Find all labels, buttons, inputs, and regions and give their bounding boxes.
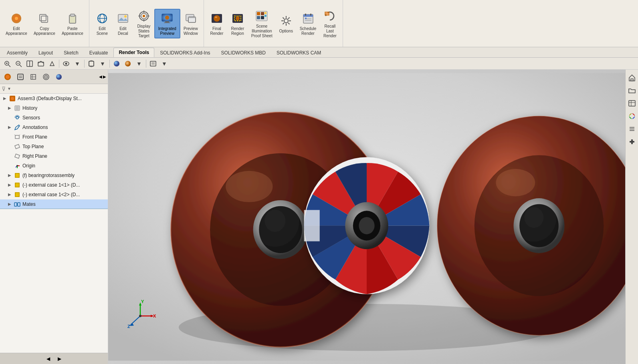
tree-item-top-plane[interactable]: Top Plane [0, 142, 108, 151]
tab-render-tools[interactable]: Render Tools [113, 48, 154, 57]
tab-assembly[interactable]: Assembly [2, 48, 33, 57]
tab-layout[interactable]: Layout [33, 48, 58, 57]
config-manager-tab[interactable] [28, 71, 39, 82]
svg-rect-127 [304, 210, 320, 241]
top-plane-label: Top Plane [22, 144, 44, 149]
origin-label: Origin [22, 163, 35, 169]
sidebar-filter[interactable]: ⊽ ▼ [0, 84, 108, 94]
expand-right-plane[interactable] [8, 154, 14, 158]
tab-solidworks-cam[interactable]: SOLIDWORKS CAM [271, 48, 326, 57]
right-panel-settings-icon[interactable] [626, 136, 638, 147]
scene-illumination-proof-sheet-button[interactable]: SceneIlluminationProof Sheet [248, 7, 276, 40]
zoom-to-fit-icon[interactable] [2, 59, 12, 68]
sidebar-bottom: ◀ ▶ [0, 353, 108, 364]
display-manager-icon[interactable] [148, 59, 158, 68]
edit-decal-label: EditDecal [118, 26, 128, 36]
tree-item-assem3[interactable]: ▶ Assem3 (Default<Display St... [0, 94, 108, 103]
wireframe-icon[interactable] [86, 59, 97, 68]
scene-icon[interactable] [123, 59, 133, 68]
sidebar-next-icon[interactable]: ▶ [103, 74, 106, 79]
copy-appearance-button[interactable]: CopyAppearance [30, 10, 59, 38]
right-panel-folder-icon[interactable] [626, 85, 638, 96]
render-region-button[interactable]: RenderRegion [227, 10, 248, 38]
render-region-label: RenderRegion [231, 26, 244, 36]
history-icon [14, 105, 21, 112]
right-plane-icon [14, 153, 21, 160]
expand-origin[interactable] [8, 163, 14, 168]
tab-solidworks-addins[interactable]: SOLIDWORKS Add-Ins [155, 48, 215, 57]
svg-rect-52 [310, 14, 311, 16]
hide-show-dropdown[interactable]: ▼ [72, 59, 83, 68]
tab-sketch[interactable]: Sketch [59, 48, 84, 57]
hide-show-icon[interactable] [61, 59, 71, 68]
main-area: ◀ ▶ ⊽ ▼ ▶ Assem3 (Default<Display St... … [0, 70, 638, 364]
expand-sensors[interactable] [8, 115, 14, 120]
appearance-icon[interactable] [111, 59, 122, 68]
display-states-target-button[interactable]: DisplayStatesTarget [133, 7, 154, 40]
tree-container: ▶ Assem3 (Default<Display St... ▶ Histor… [0, 94, 108, 353]
svg-line-97 [14, 135, 15, 135]
svg-rect-74 [150, 61, 156, 66]
sidebar-bottom-next[interactable]: ▶ [55, 354, 65, 364]
tree-item-annotations[interactable]: ▶ Annotations [0, 123, 108, 132]
edit-decal-button[interactable]: EditDecal [113, 10, 133, 38]
tab-solidworks-mbd[interactable]: SOLIDWORKS MBD [216, 48, 271, 57]
svg-rect-6 [71, 14, 75, 16]
expand-annotations[interactable]: ▶ [8, 125, 14, 129]
display-style-icon[interactable] [47, 59, 57, 68]
preview-window-button[interactable]: PreviewWindow [180, 10, 201, 38]
sidebar-bottom-prev[interactable]: ◀ [43, 354, 54, 364]
edit-scene-button[interactable]: EditScene [92, 10, 113, 38]
scene-dropdown[interactable]: ▼ [134, 59, 144, 68]
view-orientation-icon[interactable] [36, 59, 46, 68]
tab-evaluate[interactable]: Evaluate [84, 48, 113, 57]
display-manager-dropdown[interactable]: ▼ [159, 59, 170, 68]
display-manager-tab[interactable] [53, 71, 65, 82]
svg-rect-35 [261, 12, 264, 15]
schedule-render-button[interactable]: ScheduleRender [297, 10, 320, 38]
expand-assem3[interactable]: ▶ [3, 96, 9, 101]
edit-appearance-button[interactable]: EditAppearance [2, 10, 30, 38]
paste-appearance-button[interactable]: PasteAppearance [59, 10, 87, 38]
right-panel-list-icon[interactable] [626, 123, 638, 135]
property-manager-tab[interactable] [15, 71, 26, 82]
right-panel [625, 70, 638, 364]
tree-item-mates[interactable]: ▶ Mates [0, 199, 108, 209]
expand-external-case-1[interactable]: ▶ [8, 183, 14, 187]
preview-window-icon [184, 11, 198, 26]
annotations-label: Annotations [22, 125, 48, 130]
sidebar-prev-icon[interactable]: ◀ [99, 74, 102, 79]
scene-illumination-proof-sheet-icon [254, 9, 269, 23]
svg-point-121 [259, 206, 302, 253]
options-button[interactable]: Options [276, 12, 297, 35]
tree-item-external-case-1[interactable]: ▶ (-) external case 1<1> (D... [0, 180, 108, 190]
expand-external-case-2[interactable]: ▶ [8, 192, 14, 197]
tree-item-sensors[interactable]: Sensors [0, 113, 108, 123]
target-icon-tab[interactable] [40, 71, 52, 82]
recall-last-render-button[interactable]: RecallLastRender [319, 7, 340, 40]
integrated-preview-button[interactable]: IntegratedPreview [154, 9, 180, 38]
tree-item-origin[interactable]: Origin [0, 161, 108, 171]
tree-item-front-plane[interactable]: Front Plane [0, 132, 108, 142]
expand-top-plane[interactable] [8, 144, 14, 149]
expand-mates[interactable]: ▶ [8, 202, 14, 206]
expand-front-plane[interactable] [8, 135, 14, 139]
tree-item-history[interactable]: ▶ History [0, 103, 108, 113]
svg-point-40 [284, 19, 288, 23]
feature-tree-tab[interactable] [2, 71, 13, 82]
right-panel-home-icon[interactable] [626, 72, 638, 83]
tree-item-bearing-rotor[interactable]: ▶ (f) bearingrotorassembly [0, 171, 108, 180]
tree-item-right-plane[interactable]: Right Plane [0, 151, 108, 161]
expand-history[interactable]: ▶ [8, 106, 14, 110]
edit-scene-icon [95, 11, 109, 26]
display-style-dropdown[interactable]: ▼ [97, 59, 108, 68]
right-panel-table-icon[interactable] [626, 98, 638, 109]
tree-item-external-case-2[interactable]: ▶ (-) external case 1<2> (D... [0, 190, 108, 199]
right-panel-color-icon[interactable] [626, 111, 638, 122]
section-view-icon[interactable] [24, 59, 35, 68]
zoom-in-icon[interactable] [13, 59, 24, 68]
canvas-area[interactable]: X Y Z [108, 70, 625, 364]
edit-appearance-label: EditAppearance [6, 26, 27, 36]
expand-bearing-rotor[interactable]: ▶ [8, 173, 14, 177]
final-render-button[interactable]: FinalRender [206, 10, 227, 38]
